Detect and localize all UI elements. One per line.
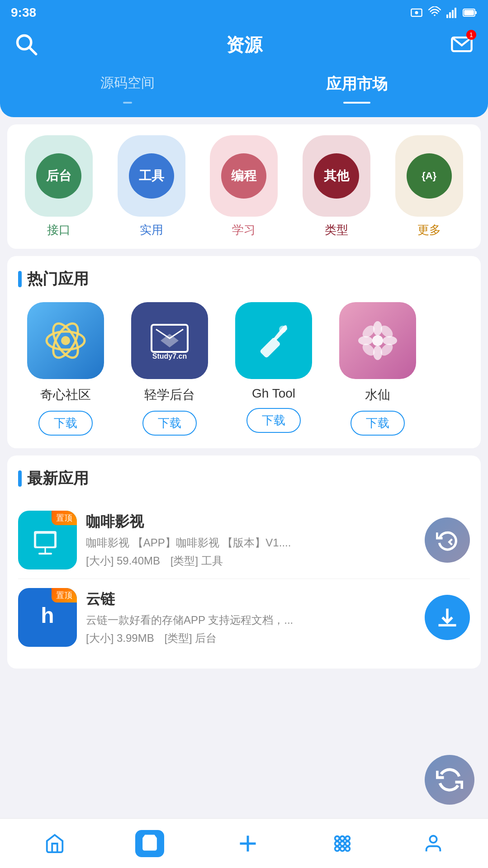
tab-source[interactable]: 源码空间	[82, 68, 173, 104]
svg-point-41	[335, 841, 340, 846]
latest-apps-title-text: 最新应用	[27, 468, 89, 489]
svg-rect-8	[475, 11, 477, 14]
svg-rect-31	[36, 534, 54, 546]
hot-app-study7[interactable]: Study7.cn 轻学后台 下载	[122, 302, 217, 436]
app-name-qixin: 奇心社区	[40, 386, 91, 403]
svg-point-39	[340, 836, 345, 840]
header-top: 资源 1	[14, 33, 474, 57]
category-icon-wrap-other: 其他	[303, 135, 370, 217]
latest-app-kafei: 置顶 咖啡影视 咖啡影视 【APP】咖啡影视 【版本】V1.... [大小] 5…	[18, 502, 470, 579]
app-name-shuixian: 水仙	[365, 386, 390, 403]
category-circle-backend: 后台	[36, 153, 81, 199]
category-label-tools: 实用	[140, 222, 163, 238]
kafei-meta: [大小] 59.40MB [类型] 工具	[86, 554, 416, 568]
hot-app-shuixian[interactable]: 水仙 下载	[330, 302, 425, 436]
tab-market[interactable]: 应用市场	[308, 68, 406, 104]
category-section: 后台 接口 工具 实用 编程 学习 其他	[7, 124, 481, 249]
mail-badge: 1	[466, 30, 476, 40]
download-btn-ghtool[interactable]: 下载	[246, 408, 301, 433]
category-label-more: 更多	[417, 222, 441, 238]
category-item-other[interactable]: 其他 类型	[292, 135, 381, 238]
svg-point-21	[372, 335, 383, 346]
category-item-more[interactable]: {A} 更多	[384, 135, 474, 238]
bottom-nav	[0, 818, 488, 868]
tab-market-indicator	[343, 102, 370, 104]
svg-rect-9	[464, 10, 474, 15]
app-icon-latest-kafei: 置顶	[18, 511, 77, 569]
category-icon-wrap-tools: 工具	[118, 135, 185, 217]
app-icon-shuixian	[339, 302, 416, 379]
hot-app-ghtool[interactable]: Gh Tool 下载	[226, 302, 321, 436]
category-item-coding[interactable]: 编程 学习	[199, 135, 289, 238]
kafei-desc: 咖啡影视 【APP】咖啡影视 【版本】V1....	[86, 536, 321, 550]
category-label-coding: 学习	[232, 222, 256, 238]
download-btn-shuixian[interactable]: 下载	[351, 411, 405, 436]
shuixian-flower-icon	[353, 316, 403, 365]
kafei-badge: 置顶	[52, 511, 77, 525]
svg-rect-19	[260, 337, 281, 358]
header-curve	[0, 104, 488, 117]
app-name-study7: 轻学后台	[144, 386, 195, 403]
category-icon-wrap-backend: 后台	[25, 135, 93, 217]
svg-point-46	[346, 846, 350, 851]
nav-home[interactable]	[35, 829, 74, 859]
section-title-bar-hot	[18, 271, 22, 287]
yunlian-meta: [大小] 3.99MB [类型] 后台	[86, 631, 416, 645]
svg-point-42	[340, 841, 345, 846]
floating-action-button[interactable]	[425, 755, 474, 805]
photo-icon	[410, 6, 423, 19]
user-icon	[423, 833, 444, 854]
ghtool-wrench-icon	[249, 316, 298, 365]
search-button[interactable]	[14, 33, 38, 57]
nav-apps[interactable]	[323, 829, 362, 859]
tab-bar: 源码空间 应用市场	[14, 68, 474, 104]
category-row: 后台 接口 工具 实用 编程 学习 其他	[14, 135, 474, 238]
download-btn-study7[interactable]: 下载	[142, 411, 197, 436]
app-icon-qixin	[27, 302, 104, 379]
svg-rect-6	[455, 8, 456, 18]
latest-apps-title: 最新应用	[18, 468, 470, 489]
svg-point-47	[430, 835, 437, 842]
svg-point-45	[340, 846, 345, 851]
svg-rect-5	[452, 10, 454, 18]
hot-app-qixin[interactable]: 奇心社区 下载	[18, 302, 113, 436]
svg-point-2	[434, 14, 436, 16]
status-icons	[410, 6, 477, 19]
nav-add[interactable]	[225, 825, 270, 862]
hot-apps-section: 热门应用 奇心社区 下载 Study7.	[7, 256, 481, 448]
category-item-backend[interactable]: 后台 接口	[14, 135, 104, 238]
category-circle-tools: 工具	[129, 153, 174, 199]
add-icon	[234, 830, 261, 857]
category-icon-wrap-more: {A}	[395, 135, 463, 217]
category-circle-more: {A}	[407, 153, 452, 199]
svg-line-11	[30, 48, 36, 54]
svg-rect-3	[446, 14, 448, 18]
nav-user[interactable]	[414, 829, 453, 859]
app-icon-study7: Study7.cn	[131, 302, 208, 379]
category-circle-coding: 编程	[221, 153, 266, 199]
app-icon-ghtool	[235, 302, 312, 379]
battery-icon	[463, 6, 477, 19]
home-icon	[44, 833, 65, 854]
category-label-other: 类型	[325, 222, 348, 238]
qixin-orbit-icon	[43, 318, 88, 363]
page-title: 资源	[226, 33, 262, 57]
category-label-backend: 接口	[47, 222, 71, 238]
yunlian-info: 云链 云链一款好看的存储APP 支持远程文档，... [大小] 3.99MB […	[86, 589, 416, 645]
shop-bag-icon	[141, 834, 159, 852]
svg-point-40	[346, 836, 350, 840]
kafei-info: 咖啡影视 咖啡影视 【APP】咖啡影视 【版本】V1.... [大小] 59.4…	[86, 512, 416, 568]
yunlian-name: 云链	[86, 589, 416, 609]
svg-point-20	[279, 326, 286, 333]
category-item-tools[interactable]: 工具 实用	[107, 135, 196, 238]
status-time: 9:38	[11, 5, 36, 20]
kafei-download-btn[interactable]	[425, 517, 470, 563]
search-icon	[14, 33, 38, 56]
mail-button[interactable]: 1	[450, 33, 474, 57]
yunlian-desc: 云链一款好看的存储APP 支持远程文档，...	[86, 613, 321, 627]
download-btn-qixin[interactable]: 下载	[38, 411, 93, 436]
yunlian-download-btn[interactable]	[425, 595, 470, 640]
yunlian-app-icon: h	[29, 599, 66, 636]
nav-shop[interactable]	[126, 825, 173, 862]
svg-rect-4	[449, 12, 451, 18]
